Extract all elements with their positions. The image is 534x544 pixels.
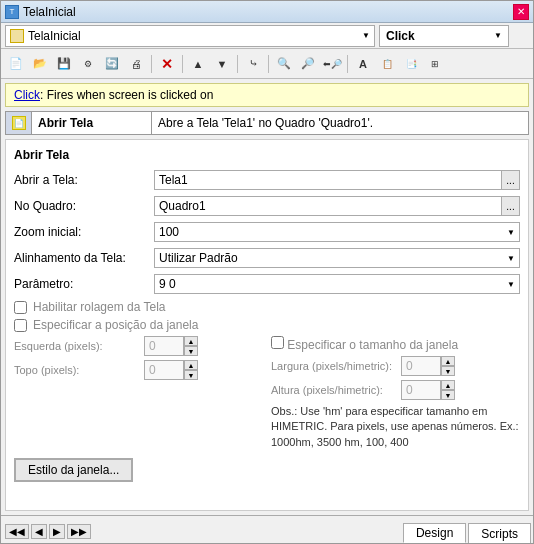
tab-design-label: Design (416, 526, 453, 540)
first-page-button[interactable]: ◀◀ (5, 524, 29, 539)
new-button[interactable]: 📄 (5, 53, 27, 75)
align-select[interactable]: Utilizar Padrão ▼ (154, 248, 520, 268)
view-button[interactable]: ⊞ (424, 53, 446, 75)
esquerda-input[interactable] (144, 336, 184, 356)
action-icon-cell: 📄 (6, 112, 32, 134)
prev-page-button[interactable]: ◀ (31, 524, 47, 539)
action-selector[interactable]: Click ▼ (379, 25, 509, 47)
close-button[interactable]: ✕ (513, 4, 529, 20)
label-zoom: Zoom inicial: (14, 225, 154, 239)
toolbar-separator-5 (347, 55, 348, 73)
rolagem-checkbox[interactable] (14, 301, 27, 314)
label-tela: Abrir a Tela: (14, 173, 154, 187)
screen-selector[interactable]: TelaInicial ▼ (5, 25, 375, 47)
event-description: : Fires when screen is clicked on (40, 88, 213, 102)
esquerda-down-button[interactable]: ▼ (184, 346, 198, 356)
bottom-bar: ◀◀ ◀ ▶ ▶▶ Design Scripts (1, 515, 533, 543)
screen-dropdown-arrow: ▼ (362, 31, 370, 40)
topo-label: Topo (pixels): (14, 364, 144, 376)
expand-all-button[interactable]: 📑 (400, 53, 422, 75)
tab-scripts[interactable]: Scripts (468, 523, 531, 543)
largura-up-button[interactable]: ▲ (441, 356, 455, 366)
altura-input[interactable] (401, 380, 441, 400)
esquerda-label: Esquerda (pixels): (14, 340, 144, 352)
label-param: Parâmetro: (14, 277, 154, 291)
two-col-section: Esquerda (pixels): ▲ ▼ Topo (pixels): (14, 336, 520, 450)
screen-icon (10, 29, 24, 43)
tamanho-label: Especificar o tamanho da janela (287, 338, 458, 352)
form-row-align: Alinhamento da Tela: Utilizar Padrão ▼ (14, 248, 520, 268)
font-button[interactable]: A (352, 53, 374, 75)
main-window: T TelaInicial ✕ TelaInicial ▼ Click ▼ 📄 … (0, 0, 534, 544)
altura-spinbox-buttons: ▲ ▼ (441, 380, 455, 400)
topo-row: Topo (pixels): ▲ ▼ (14, 360, 263, 380)
altura-down-button[interactable]: ▼ (441, 390, 455, 400)
quadro-input[interactable] (154, 196, 502, 216)
label-quadro: No Quadro: (14, 199, 154, 213)
action-dropdown-arrow: ▼ (494, 31, 502, 40)
checkbox-rolagem: Habilitar rolagem da Tela (14, 300, 520, 314)
largura-spinbox: ▲ ▼ (401, 356, 455, 376)
refresh-button[interactable]: 🔄 (101, 53, 123, 75)
altura-spinbox: ▲ ▼ (401, 380, 455, 400)
right-col: Especificar o tamanho da janela Largura … (271, 336, 520, 450)
form-row-zoom: Zoom inicial: 100 ▼ (14, 222, 520, 242)
altura-up-button[interactable]: ▲ (441, 380, 455, 390)
toolbar: 📄 📂 💾 ⚙ 🔄 🖨 ✕ ▲ ▼ ⤷ 🔍 🔎 ⬅🔎 A 📋 📑 ⊞ (1, 49, 533, 79)
event-bar: Click: Fires when screen is clicked on (5, 83, 529, 107)
tab-scripts-label: Scripts (481, 527, 518, 541)
event-link[interactable]: Click (14, 88, 40, 102)
largura-down-button[interactable]: ▼ (441, 366, 455, 376)
search-button[interactable]: 🔍 (273, 53, 295, 75)
topo-down-button[interactable]: ▼ (184, 370, 198, 380)
obs-text: Obs.: Use 'hm' para especificar tamanho … (271, 404, 520, 450)
checkbox-posicao: Especificar a posição da janela (14, 318, 520, 332)
save-button[interactable]: 💾 (53, 53, 75, 75)
topo-spinbox-buttons: ▲ ▼ (184, 360, 198, 380)
toolbar-separator-1 (151, 55, 152, 73)
style-button[interactable]: Estilo da janela... (14, 458, 133, 482)
largura-label: Largura (pixels/himetric): (271, 360, 401, 372)
expand-button[interactable]: 📋 (376, 53, 398, 75)
esquerda-up-button[interactable]: ▲ (184, 336, 198, 346)
toolbar-separator-2 (182, 55, 183, 73)
tamanho-checkbox[interactable] (271, 336, 284, 349)
indent-button[interactable]: ⤷ (242, 53, 264, 75)
tela-browse-button[interactable]: ... (502, 170, 520, 190)
zoom-value: 100 (159, 225, 179, 239)
param-value: 9 0 (159, 277, 176, 291)
find-next-button[interactable]: 🔎 (297, 53, 319, 75)
param-select[interactable]: 9 0 ▼ (154, 274, 520, 294)
topo-input[interactable] (144, 360, 184, 380)
last-page-button[interactable]: ▶▶ (67, 524, 91, 539)
action-icon: 📄 (12, 116, 26, 130)
print-button[interactable]: 🖨 (125, 53, 147, 75)
move-up-button[interactable]: ▲ (187, 53, 209, 75)
left-col: Esquerda (pixels): ▲ ▼ Topo (pixels): (14, 336, 263, 450)
move-down-button[interactable]: ▼ (211, 53, 233, 75)
action-label: Click (386, 29, 490, 43)
tab-area: Design Scripts (383, 523, 533, 543)
delete-button[interactable]: ✕ (156, 53, 178, 75)
posicao-checkbox[interactable] (14, 319, 27, 332)
topo-up-button[interactable]: ▲ (184, 360, 198, 370)
tela-input[interactable] (154, 170, 502, 190)
section-title: Abrir Tela (14, 148, 520, 162)
form-row-quadro: No Quadro: ... (14, 196, 520, 216)
action-name: Abrir Tela (32, 112, 152, 134)
zoom-arrow: ▼ (507, 228, 515, 237)
esquerda-spinbox-buttons: ▲ ▼ (184, 336, 198, 356)
align-arrow: ▼ (507, 254, 515, 263)
next-page-button[interactable]: ▶ (49, 524, 65, 539)
label-align: Alinhamento da Tela: (14, 251, 154, 265)
largura-input[interactable] (401, 356, 441, 376)
open-button[interactable]: 📂 (29, 53, 51, 75)
form-section: Abrir Tela Abrir a Tela: ... No Quadro: … (5, 139, 529, 511)
nav-arrows: ◀◀ ◀ ▶ ▶▶ (1, 520, 95, 543)
find-prev-button[interactable]: ⬅🔎 (321, 53, 343, 75)
window-icon: T (5, 5, 19, 19)
tab-design[interactable]: Design (403, 523, 466, 543)
zoom-select[interactable]: 100 ▼ (154, 222, 520, 242)
properties-button[interactable]: ⚙ (77, 53, 99, 75)
quadro-browse-button[interactable]: ... (502, 196, 520, 216)
